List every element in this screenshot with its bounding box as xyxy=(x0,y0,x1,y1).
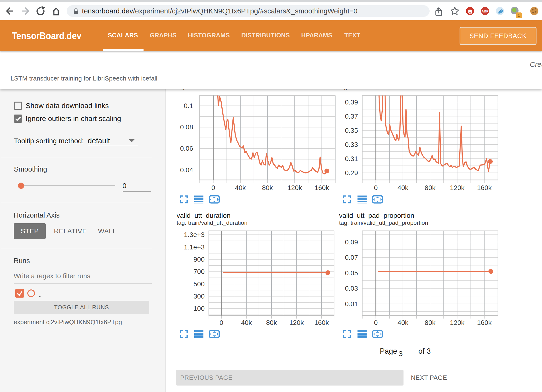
svg-text:120k: 120k xyxy=(450,319,465,326)
svg-text:tag: train/valid_utt_pad_propo: tag: train/valid_utt_pad_proportion xyxy=(339,219,428,226)
svg-text:160k: 160k xyxy=(315,184,329,191)
svg-text:300: 300 xyxy=(193,293,205,300)
svg-text:0.31: 0.31 xyxy=(345,155,358,162)
svg-text:0: 0 xyxy=(374,184,378,191)
svg-text:500: 500 xyxy=(193,280,205,288)
svg-text:0.08: 0.08 xyxy=(180,123,193,131)
svg-text:700: 700 xyxy=(193,268,205,275)
svg-text:160k: 160k xyxy=(477,184,492,191)
svg-text:0.1: 0.1 xyxy=(184,102,193,110)
svg-text:0.07: 0.07 xyxy=(345,254,358,261)
svg-text:valid_utt_pad_proportion: valid_utt_pad_proportion xyxy=(339,212,414,219)
svg-text:ABP: ABP xyxy=(481,9,489,13)
svg-text:100: 100 xyxy=(193,305,205,312)
svg-text:40k: 40k xyxy=(398,184,409,191)
svg-text:0: 0 xyxy=(374,319,378,326)
svg-text:0.06: 0.06 xyxy=(180,145,193,152)
svg-text:40k: 40k xyxy=(398,319,409,326)
svg-text:tag: train/valid_utt_duration: tag: train/valid_utt_duration xyxy=(177,219,248,226)
svg-text:0.09: 0.09 xyxy=(345,238,358,246)
svg-text:1.3e+3: 1.3e+3 xyxy=(184,231,205,238)
svg-text:0: 0 xyxy=(219,319,223,326)
svg-text:1: 1 xyxy=(518,13,520,18)
svg-text:160k: 160k xyxy=(477,319,492,326)
svg-text:0.39: 0.39 xyxy=(345,98,358,106)
svg-text:40k: 40k xyxy=(241,319,252,326)
svg-text:0.05: 0.05 xyxy=(345,269,358,277)
svg-text:1.1e+3: 1.1e+3 xyxy=(184,243,205,251)
svg-text:0.33: 0.33 xyxy=(345,141,358,148)
svg-text:40k: 40k xyxy=(235,184,246,191)
svg-text:120k: 120k xyxy=(289,319,304,326)
svg-text:900: 900 xyxy=(193,256,205,263)
svg-text:80k: 80k xyxy=(425,184,436,191)
svg-text:160k: 160k xyxy=(314,319,329,326)
svg-text:80k: 80k xyxy=(266,319,277,326)
svg-text:0.01: 0.01 xyxy=(345,300,358,308)
svg-text:0.35: 0.35 xyxy=(345,127,358,134)
svg-text:120k: 120k xyxy=(288,184,302,191)
svg-text:0.04: 0.04 xyxy=(180,166,193,174)
svg-text:80k: 80k xyxy=(262,184,273,191)
svg-text:valid_utt_duration: valid_utt_duration xyxy=(177,212,231,219)
svg-text:0.03: 0.03 xyxy=(345,285,358,292)
svg-text:120k: 120k xyxy=(450,184,465,191)
svg-text:0.37: 0.37 xyxy=(345,113,358,120)
svg-text:0: 0 xyxy=(211,184,215,191)
svg-text:80k: 80k xyxy=(425,319,436,326)
svg-text:0.29: 0.29 xyxy=(345,169,358,177)
